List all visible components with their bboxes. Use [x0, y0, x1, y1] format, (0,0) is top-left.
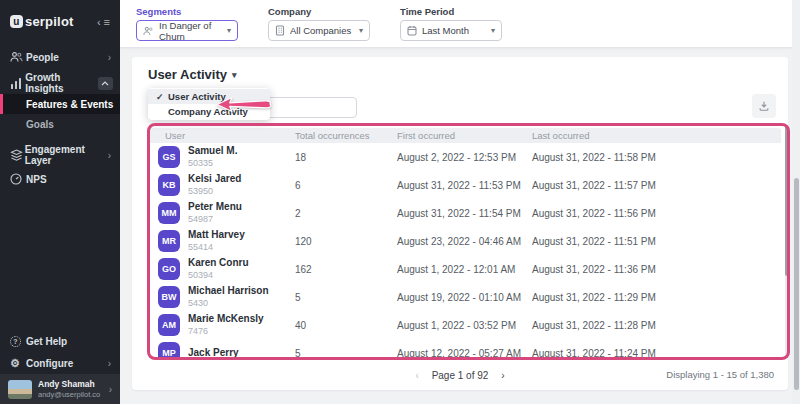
content-card: User Activity ▾ ✓ User Activity Company …	[132, 57, 788, 390]
first-occurred-cell: August 1, 2022 - 03:52 PM	[397, 320, 532, 331]
last-occurred-cell: August 31, 2022 - 11:28 PM	[532, 320, 781, 331]
user-id: 50394	[188, 270, 249, 281]
caret-down-icon: ▾	[232, 70, 237, 80]
first-occurred-cell: August 19, 2022 - 01:10 AM	[397, 292, 532, 303]
table-row[interactable]: GO Karen Conru50394 162 August 1, 2022 -…	[148, 255, 781, 283]
hamburger-icon: ≡	[104, 16, 110, 28]
sidebar-item-features-events[interactable]: Features & Events	[0, 94, 120, 114]
avatar: BW	[158, 286, 180, 308]
sidebar-item-nps[interactable]: NPS	[0, 168, 120, 190]
last-occurred-cell: August 31, 2022 - 11:29 PM	[532, 292, 781, 303]
first-occurred-cell: August 31, 2022 - 11:53 PM	[397, 180, 532, 191]
sidebar-item-label: Goals	[26, 119, 54, 130]
filter-label: Segments	[136, 6, 238, 17]
gear-icon: ⚙	[10, 357, 26, 370]
table-header: User Total occurrences First occurred La…	[148, 128, 781, 143]
sidebar-item-label: NPS	[26, 174, 47, 185]
column-header: First occurred	[397, 130, 532, 141]
logo-row: userpilot ‹ ≡	[0, 0, 120, 34]
report-type-dropdown[interactable]: User Activity ▾	[148, 67, 237, 82]
user-name: Kelsi Jared	[188, 173, 241, 186]
sidebar-item-goals[interactable]: Goals	[0, 114, 120, 134]
first-occurred-cell: August 31, 2022 - 11:54 PM	[397, 208, 532, 219]
window-scrollbar[interactable]	[792, 0, 800, 404]
occurrences-cell: 5	[295, 348, 397, 359]
sidebar-item-label: Configure	[26, 358, 73, 369]
column-header: Last occurred	[532, 130, 781, 141]
table-row[interactable]: GS Samuel M.50335 18 August 2, 2022 - 12…	[148, 143, 781, 171]
first-occurred-cell: August 12, 2022 - 05:27 AM	[397, 348, 532, 359]
table-row[interactable]: MR Matt Harvey55414 120 August 23, 2022 …	[148, 227, 781, 255]
user-id: 7476	[188, 326, 264, 337]
sidebar-item-label: People	[26, 52, 59, 63]
menu-item-company-activity[interactable]: Company Activity	[148, 104, 270, 119]
last-occurred-cell: August 31, 2022 - 11:24 PM	[532, 348, 781, 359]
company-select[interactable]: All Companies ▾	[268, 20, 370, 41]
collapse-section-button[interactable]	[98, 77, 113, 90]
user-name: Marie McKensly	[188, 313, 264, 326]
sidebar-item-label: Features & Events	[26, 99, 113, 110]
table-body: GS Samuel M.50335 18 August 2, 2022 - 12…	[148, 143, 781, 358]
download-button[interactable]	[752, 94, 776, 118]
sidebar-item-engagement-layer[interactable]: Engagement Layer ›	[0, 144, 120, 166]
filter-time-period: Time Period Last Month ▾	[400, 0, 502, 47]
avatar: GS	[158, 146, 180, 168]
profile-avatar	[8, 380, 32, 399]
avatar: GO	[158, 258, 180, 280]
last-occurred-cell: August 31, 2022 - 11:56 PM	[532, 208, 781, 219]
sidebar-item-get-help[interactable]: ? Get Help	[0, 330, 120, 352]
user-id: 5430	[188, 298, 269, 309]
avatar: MP	[158, 342, 180, 358]
people-icon	[143, 26, 154, 36]
profile-email: andy@userpilot.co	[38, 390, 100, 399]
prev-page-button[interactable]: ‹	[416, 370, 419, 381]
user-name: Matt Harvey	[188, 229, 245, 242]
filter-label: Company	[268, 6, 370, 17]
selected-value: Last Month	[422, 25, 469, 36]
nps-gauge-icon	[10, 173, 26, 185]
first-occurred-cell: August 23, 2022 - 04:46 AM	[397, 236, 532, 247]
filter-label: Time Period	[400, 6, 502, 17]
filter-company: Company All Companies ▾	[268, 0, 370, 47]
user-name: Samuel M.	[188, 145, 237, 158]
last-occurred-cell: August 31, 2022 - 11:58 PM	[532, 152, 781, 163]
occurrences-cell: 120	[295, 236, 397, 247]
chevron-up-icon	[101, 81, 109, 86]
sidebar-collapse-button[interactable]: ‹ ≡	[97, 16, 110, 28]
table-row[interactable]: KB Kelsi Jared53950 6 August 31, 2022 - …	[148, 171, 781, 199]
table-row[interactable]: AM Marie McKensly7476 40 August 1, 2022 …	[148, 311, 781, 339]
table-row[interactable]: BW Michael Harrison5430 5 August 19, 202…	[148, 283, 781, 311]
layers-icon	[10, 149, 25, 161]
sidebar-item-label: Get Help	[26, 336, 67, 347]
user-profile[interactable]: Andy Shamah andy@userpilot.co ›	[0, 374, 120, 404]
segments-select[interactable]: In Danger of Churn ▾	[136, 20, 238, 41]
user-id: 53950	[188, 186, 241, 197]
filter-segments: Segments In Danger of Churn ▾	[136, 0, 238, 47]
sidebar-footer: ? Get Help ⚙ Configure › Andy Shamah and…	[0, 330, 120, 404]
chevron-right-icon: ›	[108, 150, 111, 161]
selected-value: All Companies	[290, 25, 351, 36]
chevron-right-icon: ›	[108, 52, 111, 63]
time-period-select[interactable]: Last Month ▾	[400, 20, 502, 41]
table-scrollbar-thumb[interactable]	[785, 126, 789, 276]
table-row[interactable]: MP Jack Perry 5 August 12, 2022 - 05:27 …	[148, 339, 781, 358]
next-page-button[interactable]: ›	[501, 370, 504, 381]
avatar: MM	[158, 202, 180, 224]
table-scrollbar[interactable]	[785, 125, 789, 357]
logo-u-icon: u	[10, 15, 23, 28]
sidebar-item-people[interactable]: People ›	[0, 46, 120, 68]
table-row[interactable]: MM Peter Menu54987 2 August 31, 2022 - 1…	[148, 199, 781, 227]
caret-down-icon: ▾	[359, 26, 363, 35]
app-window: userpilot ‹ ≡ People ›	[0, 0, 800, 404]
last-occurred-cell: August 31, 2022 - 11:57 PM	[532, 180, 781, 191]
chevron-right-icon: ›	[109, 384, 112, 395]
occurrences-cell: 5	[295, 292, 397, 303]
menu-item-user-activity[interactable]: ✓ User Activity	[148, 89, 270, 104]
window-scrollbar-thumb[interactable]	[794, 178, 799, 390]
sidebar-item-configure[interactable]: ⚙ Configure ›	[0, 352, 120, 374]
caret-down-icon: ▾	[491, 26, 495, 35]
check-icon: ✓	[156, 92, 168, 102]
occurrences-cell: 6	[295, 180, 397, 191]
sidebar-item-growth-insights[interactable]: Growth Insights	[0, 72, 120, 94]
avatar: KB	[158, 174, 180, 196]
